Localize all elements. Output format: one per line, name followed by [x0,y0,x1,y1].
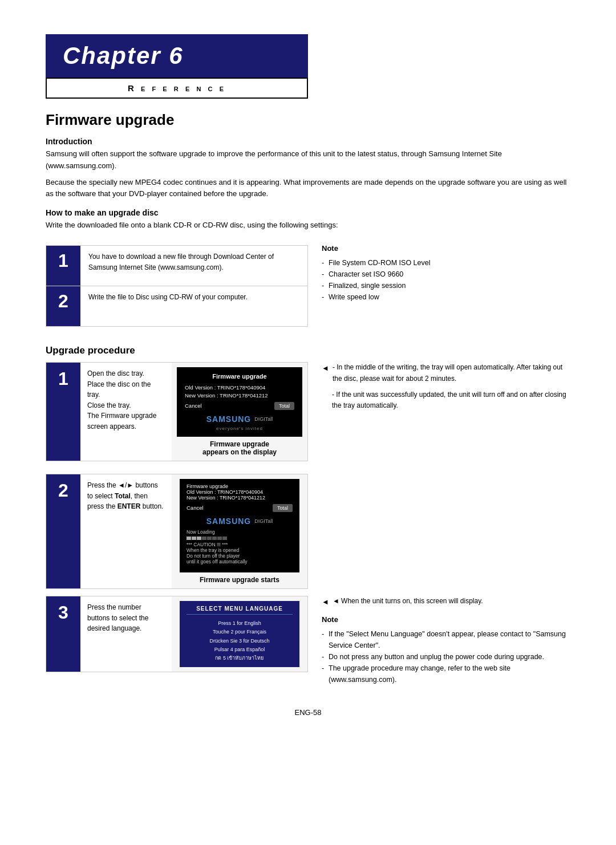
fw2-old: Old Version : TRINO*178*040904 [187,489,293,495]
lang-item-5: กด 5 เข้าหับภาษาไทย [187,654,293,663]
upgrade-step1-area: 1 Open the disc tray.Place the disc on t… [46,362,570,468]
fw1-cancel-total: Cancel Total [185,402,294,410]
fw2-caution: *** CAUTION !!! *** [187,542,293,547]
fw1-new: New Version : TRINO*178*041212 [185,392,294,399]
proc-step-inner-3: Press the number buttons to select the d… [80,596,307,672]
arrow-icon-3: ◄ [322,596,329,608]
seg1 [187,537,191,540]
proc-step-text-3: Press the number buttons to select the d… [80,596,172,672]
fw2-loading: Now Loading *** CAUT [187,529,293,564]
proc-step-text-1: Open the disc tray.Place the disc on the… [80,363,172,461]
intro-p2: Because the specially new MPEG4 codec co… [46,177,570,201]
chapter-title: Chapter 6 [46,34,308,78]
upgrade-note-3: The upgrade procedure may change, refer … [322,663,570,685]
lang-title: SELECT MENU LANGUAGE [187,606,293,615]
upgrade-step2-area: 2 Press the ◄/► buttons to select Total,… [46,474,308,589]
proc-step-screen-3: SELECT MENU LANGUAGE Press 1 for English… [172,596,307,672]
fw1-cancel: Cancel [185,403,202,409]
proc-step-screen-1: Firmware upgrade Old Version : TRINO*178… [172,363,307,461]
section-title: Firmware upgrade [46,111,570,129]
proc-step-num-2: 2 [46,474,80,588]
note-item-2: Character set ISO 9660 [322,269,570,280]
fw1-total: Total [274,402,294,410]
seg3 [197,537,201,540]
lang-item-1: Press 1 for English [187,619,293,628]
page: Chapter 6 R e f e r e n c e Firmware upg… [0,0,616,845]
seg7 [217,537,222,540]
step3-intro-text: ◄ When the unit turns on, this screen wi… [333,596,483,608]
fw1-new-label: New Version : [185,392,218,399]
seg4 [202,537,206,540]
upgrade-heading: Upgrade procedure [46,345,570,356]
fw2-logo: SAMSUNG DIGITall [187,517,293,526]
fw2-until: until it goes off automatically [187,559,293,564]
seg6 [212,537,217,540]
chapter-header: Chapter 6 R e f e r e n c e [46,34,570,99]
intro-p1: Samsung will often support the software … [46,148,570,172]
proc-step-num-3: 3 [46,596,80,672]
seg5 [207,537,212,540]
upgrade-note-box: Note If the "Select Menu Language" doesn… [322,614,570,685]
fw1-logo: SAMSUNG DIGITall [185,415,294,424]
step-number-1: 1 [46,246,80,286]
steps-col-left: 1 You have to download a new file throug… [46,237,308,335]
fw1-old: Old Version : TRINO*178*040904 [185,384,294,391]
lang-item-4: Pulsar 4 para Español [187,645,293,654]
fw2-old-label: Old Version : [187,489,216,495]
seg8 [222,537,227,540]
fw2-old-value: TRINO*178*040904 [217,489,263,495]
fw1-new-value: TRINO*178*041212 [220,392,268,399]
how-to-heading: How to make an upgrade disc [46,208,570,217]
fw2-title: Firmware upgrade [187,484,293,489]
upgrade-right-text1: - In the middle of the writing, the tray… [333,362,570,385]
arrow-icon-1: ◄ [322,362,329,385]
upgrade-step3-right: ◄ ◄ When the unit turns on, this screen … [322,596,570,685]
steps-area: 1 You have to download a new file throug… [46,237,570,335]
steps-list: 1 You have to download a new file throug… [46,245,308,327]
fw2-now-loading: Now Loading [187,529,293,535]
proc-step-inner-1: Open the disc tray.Place the disc on the… [80,363,307,461]
step-number-2: 2 [46,286,80,326]
step-row-1: 1 You have to download a new file throug… [46,246,307,286]
fw2-caption: Firmware upgrade starts [200,576,279,584]
chapter-subtitle: R e f e r e n c e [46,78,308,99]
lang-item-3: Drücken Sie 3 für Deutsch [187,637,293,645]
language-screen: SELECT MENU LANGUAGE Press 1 for English… [180,601,299,667]
fw2-new-value: TRINO*178*041212 [220,495,265,501]
note-item-4: Write speed low [322,291,570,303]
fw2-donot: Do not turn off the player [187,553,293,559]
firmware-screen-2: Firmware upgrade Old Version : TRINO*178… [180,479,299,572]
note-item-3: Finalized, single session [322,280,570,291]
upgrade-note-2: Do not press any button and unplug the p… [322,651,570,663]
note-list: File System CD-ROM ISO Level Character s… [322,257,570,303]
note-col: Note File System CD-ROM ISO Level Charac… [322,237,570,335]
lang-item-2: Touche 2 pour Français [187,628,293,636]
seg2 [192,537,196,540]
how-to-text: Write the downloaded file onto a blank C… [46,220,570,231]
upgrade-step1-right: ◄ - In the middle of the writing, the tr… [322,362,570,468]
upgrade-note-title: Note [322,614,570,625]
fw2-new: New Version : TRINO*178*041212 [187,495,293,501]
note-item-1: File System CD-ROM ISO Level [322,257,570,269]
proc-step-num-1: 1 [46,363,80,461]
proc-step-2: 2 Press the ◄/► buttons to select Total,… [46,474,308,589]
upgrade-step3-left: 3 Press the number buttons to select the… [46,596,308,685]
upgrade-note-1: If the "Select Menu Language" doesn't ap… [322,628,570,651]
fw2-total: Total [273,504,293,512]
proc-step-1: 1 Open the disc tray.Place the disc on t… [46,362,308,461]
fw2-new-label: New Version : [187,495,218,501]
note-box: Note File System CD-ROM ISO Level Charac… [322,243,570,303]
step3-intro: ◄ ◄ When the unit turns on, this screen … [322,596,570,608]
fw2-samsung: SAMSUNG [206,517,252,526]
fw1-title: Firmware upgrade [185,373,294,380]
fw2-loading-bar [187,537,293,540]
upgrade-step3-area: 3 Press the number buttons to select the… [46,596,570,685]
upgrade-note-list: If the "Select Menu Language" doesn't ap… [322,628,570,685]
fw1-digital: DIGITall [254,416,273,422]
note-title: Note [322,243,570,255]
fw1-old-label: Old Version : [185,384,216,391]
fw1-everyone: everyone's invited [185,426,294,431]
fw1-caption: Firmware upgradeappears on the display [202,440,277,456]
fw2-digital: DIGITall [254,518,273,524]
intro-heading: Introduction [46,137,570,146]
